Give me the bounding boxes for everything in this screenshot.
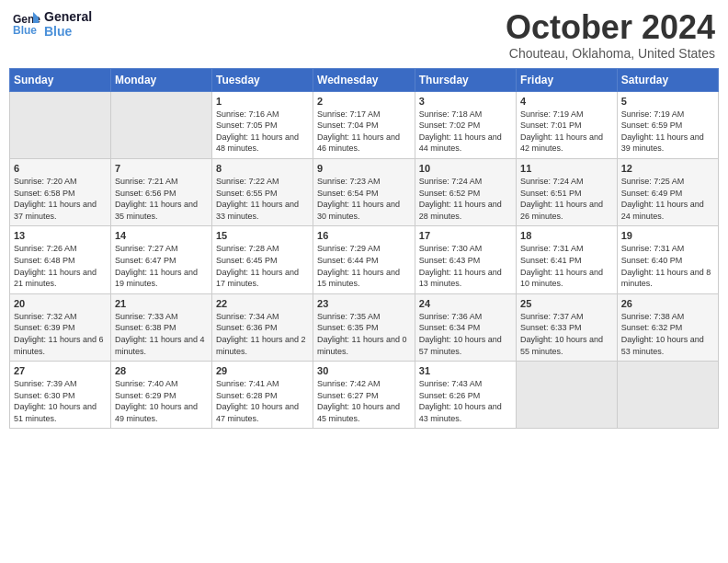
- day-info: Sunrise: 7:31 AMSunset: 6:40 PMDaylight:…: [621, 243, 714, 289]
- day-info: Sunrise: 7:39 AMSunset: 6:30 PMDaylight:…: [14, 378, 107, 424]
- day-number: 22: [216, 298, 309, 309]
- calendar-cell: 26Sunrise: 7:38 AMSunset: 6:32 PMDayligh…: [617, 293, 718, 361]
- day-info: Sunrise: 7:35 AMSunset: 6:35 PMDaylight:…: [317, 311, 411, 357]
- day-info: Sunrise: 7:38 AMSunset: 6:32 PMDaylight:…: [621, 311, 714, 357]
- day-number: 28: [115, 365, 208, 376]
- calendar-cell: 20Sunrise: 7:32 AMSunset: 6:39 PMDayligh…: [10, 293, 111, 361]
- day-info: Sunrise: 7:17 AMSunset: 7:04 PMDaylight:…: [317, 109, 411, 155]
- title-section: October 2024 Chouteau, Oklahoma, United …: [506, 9, 715, 61]
- day-number: 9: [317, 163, 411, 174]
- day-info: Sunrise: 7:21 AMSunset: 6:56 PMDaylight:…: [115, 176, 208, 222]
- day-info: Sunrise: 7:37 AMSunset: 6:33 PMDaylight:…: [520, 311, 613, 357]
- day-number: 12: [621, 163, 714, 174]
- day-number: 10: [419, 163, 512, 174]
- calendar-cell: 15Sunrise: 7:28 AMSunset: 6:45 PMDayligh…: [211, 226, 313, 293]
- calendar-cell: 10Sunrise: 7:24 AMSunset: 6:52 PMDayligh…: [415, 158, 516, 225]
- logo-icon: General Blue: [13, 10, 40, 38]
- day-info: Sunrise: 7:24 AMSunset: 6:52 PMDaylight:…: [419, 176, 512, 222]
- logo-text: General Blue: [44, 9, 92, 39]
- day-number: 13: [14, 230, 107, 241]
- calendar-cell: 3Sunrise: 7:18 AMSunset: 7:02 PMDaylight…: [415, 91, 516, 158]
- day-info: Sunrise: 7:31 AMSunset: 6:41 PMDaylight:…: [520, 243, 613, 289]
- calendar-cell: 24Sunrise: 7:36 AMSunset: 6:34 PMDayligh…: [415, 293, 516, 361]
- day-info: Sunrise: 7:22 AMSunset: 6:55 PMDaylight:…: [216, 176, 309, 222]
- calendar-cell: 27Sunrise: 7:39 AMSunset: 6:30 PMDayligh…: [10, 362, 111, 429]
- day-number: 11: [520, 163, 613, 174]
- calendar-cell: 18Sunrise: 7:31 AMSunset: 6:41 PMDayligh…: [517, 226, 618, 293]
- calendar-cell: 25Sunrise: 7:37 AMSunset: 6:33 PMDayligh…: [517, 293, 618, 361]
- day-number: 17: [419, 230, 512, 241]
- calendar-week-row: 1Sunrise: 7:16 AMSunset: 7:05 PMDaylight…: [10, 91, 719, 158]
- calendar-cell: 16Sunrise: 7:29 AMSunset: 6:44 PMDayligh…: [313, 226, 415, 293]
- day-info: Sunrise: 7:40 AMSunset: 6:29 PMDaylight:…: [115, 378, 208, 424]
- page-header: General Blue General Blue October 2024 C…: [9, 9, 719, 61]
- calendar-cell: 22Sunrise: 7:34 AMSunset: 6:36 PMDayligh…: [211, 293, 313, 361]
- day-number: 19: [621, 230, 714, 241]
- day-info: Sunrise: 7:25 AMSunset: 6:49 PMDaylight:…: [621, 176, 714, 222]
- weekday-header: Sunday: [10, 68, 111, 91]
- day-info: Sunrise: 7:29 AMSunset: 6:44 PMDaylight:…: [317, 243, 411, 289]
- calendar-cell: 9Sunrise: 7:23 AMSunset: 6:54 PMDaylight…: [313, 158, 415, 225]
- weekday-header: Thursday: [415, 68, 516, 91]
- day-info: Sunrise: 7:41 AMSunset: 6:28 PMDaylight:…: [216, 378, 309, 424]
- calendar-cell: 6Sunrise: 7:20 AMSunset: 6:58 PMDaylight…: [10, 158, 111, 225]
- day-number: 2: [317, 96, 411, 107]
- day-number: 20: [14, 298, 107, 309]
- day-info: Sunrise: 7:34 AMSunset: 6:36 PMDaylight:…: [216, 311, 309, 357]
- day-info: Sunrise: 7:33 AMSunset: 6:38 PMDaylight:…: [115, 311, 208, 357]
- calendar-cell: 7Sunrise: 7:21 AMSunset: 6:56 PMDaylight…: [110, 158, 211, 225]
- day-number: 3: [419, 96, 512, 107]
- day-number: 23: [317, 298, 411, 309]
- day-info: Sunrise: 7:28 AMSunset: 6:45 PMDaylight:…: [216, 243, 309, 289]
- day-info: Sunrise: 7:42 AMSunset: 6:27 PMDaylight:…: [317, 378, 411, 424]
- calendar-cell: 17Sunrise: 7:30 AMSunset: 6:43 PMDayligh…: [415, 226, 516, 293]
- calendar-cell: 28Sunrise: 7:40 AMSunset: 6:29 PMDayligh…: [110, 362, 211, 429]
- day-info: Sunrise: 7:43 AMSunset: 6:26 PMDaylight:…: [419, 378, 512, 424]
- day-info: Sunrise: 7:24 AMSunset: 6:51 PMDaylight:…: [520, 176, 613, 222]
- location-subtitle: Chouteau, Oklahoma, United States: [506, 46, 715, 61]
- day-number: 27: [14, 365, 107, 376]
- day-number: 5: [621, 96, 714, 107]
- day-number: 14: [115, 230, 208, 241]
- day-number: 31: [419, 365, 512, 376]
- calendar-cell: 23Sunrise: 7:35 AMSunset: 6:35 PMDayligh…: [313, 293, 415, 361]
- day-number: 24: [419, 298, 512, 309]
- calendar-cell: 11Sunrise: 7:24 AMSunset: 6:51 PMDayligh…: [517, 158, 618, 225]
- calendar-cell: 2Sunrise: 7:17 AMSunset: 7:04 PMDaylight…: [313, 91, 415, 158]
- calendar-cell: 19Sunrise: 7:31 AMSunset: 6:40 PMDayligh…: [617, 226, 718, 293]
- month-title: October 2024: [506, 9, 715, 46]
- weekday-header: Monday: [110, 68, 211, 91]
- calendar-cell: 5Sunrise: 7:19 AMSunset: 6:59 PMDaylight…: [617, 91, 718, 158]
- weekday-header: Saturday: [617, 68, 718, 91]
- day-info: Sunrise: 7:19 AMSunset: 7:01 PMDaylight:…: [520, 109, 613, 155]
- day-number: 7: [115, 163, 208, 174]
- calendar-cell: 1Sunrise: 7:16 AMSunset: 7:05 PMDaylight…: [211, 91, 313, 158]
- calendar-cell: [10, 91, 111, 158]
- day-info: Sunrise: 7:32 AMSunset: 6:39 PMDaylight:…: [14, 311, 107, 357]
- day-info: Sunrise: 7:19 AMSunset: 6:59 PMDaylight:…: [621, 109, 714, 155]
- day-number: 8: [216, 163, 309, 174]
- weekday-header: Wednesday: [313, 68, 415, 91]
- day-number: 6: [14, 163, 107, 174]
- day-info: Sunrise: 7:27 AMSunset: 6:47 PMDaylight:…: [115, 243, 208, 289]
- calendar-cell: 12Sunrise: 7:25 AMSunset: 6:49 PMDayligh…: [617, 158, 718, 225]
- calendar-cell: [617, 362, 718, 429]
- day-info: Sunrise: 7:16 AMSunset: 7:05 PMDaylight:…: [216, 109, 309, 155]
- day-number: 1: [216, 96, 309, 107]
- calendar-cell: 29Sunrise: 7:41 AMSunset: 6:28 PMDayligh…: [211, 362, 313, 429]
- calendar-week-row: 27Sunrise: 7:39 AMSunset: 6:30 PMDayligh…: [10, 362, 719, 429]
- day-number: 15: [216, 230, 309, 241]
- day-info: Sunrise: 7:36 AMSunset: 6:34 PMDaylight:…: [419, 311, 512, 357]
- calendar-cell: 4Sunrise: 7:19 AMSunset: 7:01 PMDaylight…: [517, 91, 618, 158]
- day-number: 26: [621, 298, 714, 309]
- weekday-header-row: SundayMondayTuesdayWednesdayThursdayFrid…: [10, 68, 719, 91]
- day-info: Sunrise: 7:20 AMSunset: 6:58 PMDaylight:…: [14, 176, 107, 222]
- calendar-table: SundayMondayTuesdayWednesdayThursdayFrid…: [9, 68, 719, 430]
- calendar-week-row: 6Sunrise: 7:20 AMSunset: 6:58 PMDaylight…: [10, 158, 719, 225]
- day-number: 4: [520, 96, 613, 107]
- day-number: 18: [520, 230, 613, 241]
- day-number: 25: [520, 298, 613, 309]
- calendar-cell: 13Sunrise: 7:26 AMSunset: 6:48 PMDayligh…: [10, 226, 111, 293]
- calendar-cell: [110, 91, 211, 158]
- day-number: 30: [317, 365, 411, 376]
